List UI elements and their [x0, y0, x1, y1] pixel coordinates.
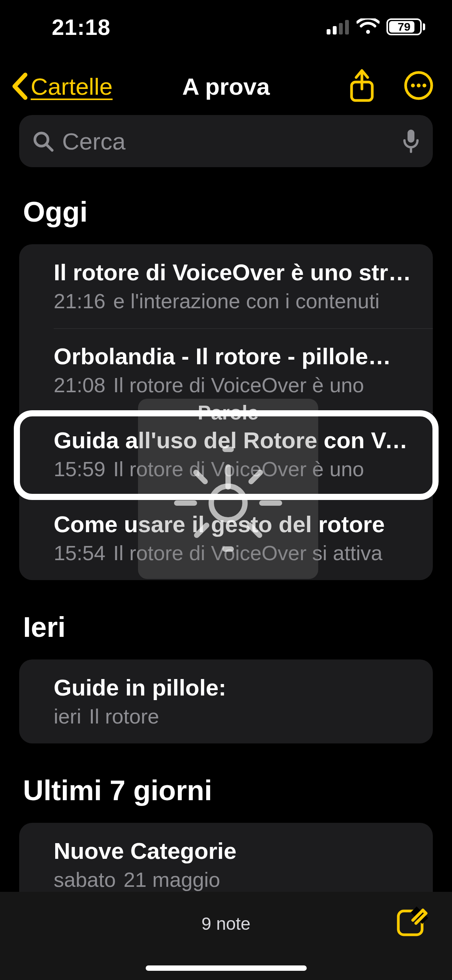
microphone-icon[interactable]: [402, 129, 420, 153]
compose-icon: [395, 905, 428, 938]
note-subtitle: sabato21 maggio: [54, 868, 416, 891]
rotor-dial-icon: [159, 426, 297, 564]
rotor-label: Parole: [198, 401, 259, 424]
svg-line-23: [250, 525, 260, 535]
svg-rect-2: [339, 23, 343, 35]
cellular-icon: [327, 19, 350, 35]
note-time: 15:59: [54, 457, 105, 480]
note-time: 15:54: [54, 541, 105, 564]
svg-rect-12: [408, 130, 414, 143]
svg-rect-3: [345, 20, 349, 35]
section-header-last7: Ultimi 7 giorni: [23, 774, 433, 807]
status-bar: 21:18 79: [0, 0, 452, 54]
note-time: sabato: [54, 868, 116, 891]
section-header-yesterday: Ieri: [23, 611, 433, 643]
svg-line-11: [46, 145, 52, 150]
note-time: 21:16: [54, 289, 105, 312]
svg-point-8: [417, 84, 421, 87]
note-title: Nuove Categorie: [54, 837, 416, 865]
nav-bar: Cartelle A prova: [0, 61, 452, 111]
section-last7: Nuove Categorie sabato21 maggio: [19, 823, 433, 892]
note-row[interactable]: Nuove Categorie sabato21 maggio: [19, 823, 433, 892]
svg-point-7: [411, 84, 415, 87]
wifi-icon: [357, 18, 380, 35]
status-time: 21:18: [52, 14, 110, 40]
note-preview: 21 maggio: [123, 868, 220, 891]
section-header-today: Oggi: [23, 196, 433, 228]
note-preview: Il rotore: [89, 705, 159, 728]
ellipsis-circle-icon: [404, 71, 434, 100]
note-title: Guide in pillole:: [54, 673, 416, 702]
note-subtitle: ieriIl rotore: [54, 704, 416, 728]
notes-count: 9 note: [202, 913, 251, 934]
home-indicator[interactable]: [146, 965, 307, 971]
svg-point-14: [211, 486, 245, 520]
note-title: Il rotore di VoiceOver è uno strumento: [54, 258, 416, 287]
section-yesterday: Guide in pillole: ieriIl rotore: [19, 659, 433, 743]
search-field[interactable]: [19, 115, 433, 167]
svg-rect-0: [327, 29, 330, 35]
status-indicators: 79: [327, 18, 425, 35]
back-button[interactable]: Cartelle: [11, 72, 113, 100]
more-button[interactable]: [404, 71, 434, 102]
note-subtitle: 21:16e l'interazione con i contenuti: [54, 289, 416, 313]
note-row[interactable]: Il rotore di VoiceOver è uno strumento 2…: [19, 244, 433, 328]
note-preview: Il rotore di VoiceOver è uno: [113, 373, 364, 396]
battery-percent: 79: [398, 20, 410, 33]
note-title: Orbolandia - Il rotore - pillole…: [54, 342, 416, 371]
svg-line-22: [197, 525, 207, 535]
compose-button[interactable]: [395, 905, 428, 939]
voiceover-rotor-overlay: Parole: [138, 399, 318, 579]
back-label: Cartelle: [31, 73, 113, 100]
note-subtitle: 21:08Il rotore di VoiceOver è uno: [54, 373, 416, 397]
note-preview: e l'interazione con i contenuti: [113, 289, 380, 312]
share-button[interactable]: [348, 68, 375, 104]
search-icon: [32, 130, 54, 152]
svg-point-9: [422, 84, 426, 87]
svg-line-21: [251, 472, 260, 482]
battery-indicator: 79: [386, 18, 425, 35]
note-row[interactable]: Guide in pillole: ieriIl rotore: [19, 659, 433, 743]
chevron-left-icon: [11, 72, 28, 100]
bottom-toolbar: 9 note: [0, 892, 452, 980]
search-input[interactable]: [62, 128, 394, 155]
share-icon: [348, 68, 375, 103]
svg-rect-1: [333, 26, 337, 35]
svg-line-20: [196, 472, 205, 482]
note-time: 21:08: [54, 373, 105, 396]
note-time: ieri: [54, 705, 81, 728]
